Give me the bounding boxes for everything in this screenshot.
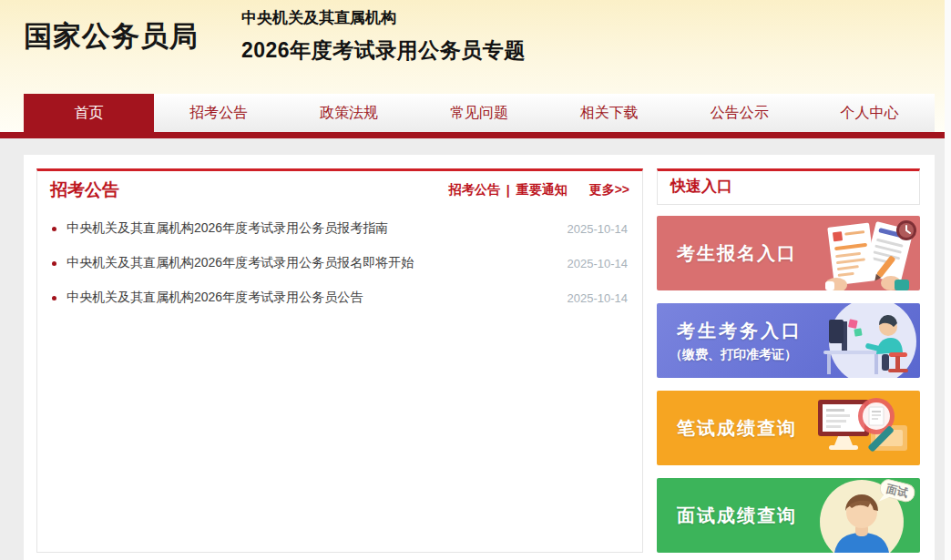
banner-written-score-query[interactable]: 笔试成绩查询 [657, 391, 920, 465]
filter-separator: | [506, 183, 510, 198]
nav-tab-personal-center[interactable]: 个人中心 [804, 94, 935, 132]
list-item: 中央机关及其直属机构2026年度考试录用公务员公告 2025-10-14 [52, 280, 628, 315]
announcements-panel-header: 招考公告 招考公告 | 重要通知 更多>> [37, 171, 642, 209]
bullet-icon [52, 227, 56, 231]
filter-link-announcements[interactable]: 招考公告 [449, 182, 500, 199]
nav-tab-downloads[interactable]: 相关下载 [544, 94, 674, 132]
nav-tab-faq[interactable]: 常见问题 [414, 94, 545, 132]
person-computer-icon [802, 303, 920, 378]
content-wrapper: 招考公告 招考公告 | 重要通知 更多>> 中央机关及其直属机构2026年度考试… [24, 155, 935, 560]
scrollbar-track[interactable] [945, 0, 951, 560]
topic-title-block: 中央机关及其直属机构 2026年度考试录用公务员专题 [241, 7, 526, 65]
page-background: 国家公务员局 中央机关及其直属机构 2026年度考试录用公务员专题 首页 招考公… [0, 0, 945, 560]
quick-entry-header: 快速入口 [657, 168, 920, 205]
announcement-date: 2025-10-14 [568, 291, 629, 305]
announcement-date: 2025-10-14 [568, 257, 629, 270]
interview-person-icon: 面试 [796, 478, 920, 553]
bullet-icon [52, 261, 56, 266]
quick-entry-title: 快速入口 [658, 171, 919, 202]
agency-logo-text: 国家公务员局 [24, 17, 199, 56]
banner-label: 考生报名入口 [677, 241, 797, 266]
list-item: 中央机关及其直属机构2026年度考试录用公务员报名即将开始 2025-10-14 [52, 246, 628, 280]
announcement-link[interactable]: 中央机关及其直属机构2026年度考试录用公务员报考指南 [66, 220, 558, 237]
topic-subtitle: 中央机关及其直属机构 [241, 7, 526, 28]
announcements-list: 中央机关及其直属机构2026年度考试录用公务员报考指南 2025-10-14 中… [37, 209, 642, 315]
announcement-date: 2025-10-14 [568, 222, 629, 236]
banner-label: 面试成绩查询 [677, 504, 797, 528]
page-title: 2026年度考试录用公务员专题 [241, 36, 526, 65]
announcement-link[interactable]: 中央机关及其直属机构2026年度考试录用公务员报名即将开始 [66, 255, 558, 271]
announcement-link[interactable]: 中央机关及其直属机构2026年度考试录用公务员公告 [66, 290, 558, 306]
nav-underline-bar [0, 132, 945, 138]
banner-label-group: 考生考务入口 （缴费、打印准考证） [670, 319, 803, 363]
quick-entry-column: 快速入口 [657, 168, 920, 553]
announcements-panel: 招考公告 招考公告 | 重要通知 更多>> 中央机关及其直属机构2026年度考试… [36, 168, 643, 553]
banner-interview-score-query[interactable]: 面试 面试成绩查询 [657, 478, 920, 553]
bullet-icon [52, 296, 56, 300]
nav-tab-home[interactable]: 首页 [24, 94, 154, 132]
main-nav: 首页 招考公告 政策法规 常见问题 相关下载 公告公示 个人中心 [24, 94, 935, 132]
monitor-magnifier-icon [796, 391, 920, 465]
nav-tab-public-notices[interactable]: 公告公示 [674, 94, 804, 132]
announcements-title: 招考公告 [50, 178, 119, 202]
more-link[interactable]: 更多>> [589, 182, 629, 199]
nav-tab-announcements[interactable]: 招考公告 [154, 94, 284, 132]
announcements-filter-links: 招考公告 | 重要通知 更多>> [449, 182, 629, 199]
banner-sublabel: （缴费、打印准考证） [670, 347, 803, 363]
banner-label: 笔试成绩查询 [677, 416, 797, 441]
banner-exam-affairs[interactable]: 考生考务入口 （缴费、打印准考证） [657, 303, 920, 378]
nav-tab-policies[interactable]: 政策法规 [284, 94, 414, 132]
list-item: 中央机关及其直属机构2026年度考试录用公务员报考指南 2025-10-14 [52, 211, 628, 246]
filter-link-important-notices[interactable]: 重要通知 [516, 182, 568, 199]
banner-label: 考生考务入口 [670, 319, 803, 343]
papers-pencil-icon [785, 216, 920, 290]
banner-candidate-registration[interactable]: 考生报名入口 [657, 216, 920, 290]
